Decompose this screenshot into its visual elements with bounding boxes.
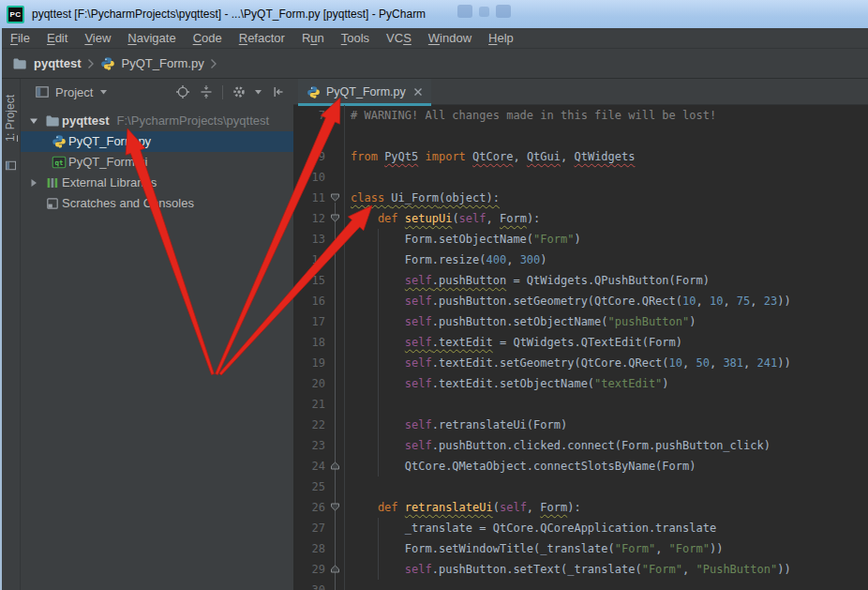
project-panel: Project pyqttestF:\PycharmProjects\pyqtt…	[21, 79, 293, 590]
window-title: pyqttest [F:\PycharmProjects\pyqttest] -…	[32, 8, 426, 21]
code-token: "Form"	[615, 542, 655, 555]
code-token: def	[378, 212, 405, 225]
breadcrumb-pyqttest[interactable]: pyqttest	[12, 56, 82, 71]
menu-vcs[interactable]: VCS	[378, 28, 420, 48]
code-line-24: 24QtCore.QMetaObject.connectSlotsByName(…	[293, 456, 868, 477]
code-token: class	[351, 191, 391, 204]
external-libraries-icon	[45, 175, 60, 190]
code-text: _translate = QtCore.QCoreApplication.tra…	[345, 518, 868, 538]
code-line-19: 19self.textEdit.setGeometry(QtCore.QRect…	[293, 353, 868, 373]
hide-panel-icon[interactable]	[271, 84, 286, 99]
menu-edit[interactable]: Edit	[38, 28, 76, 48]
code-token: Form.resize(	[405, 253, 486, 266]
code-token: "Form"	[642, 563, 682, 576]
menu-help[interactable]: Help	[480, 28, 522, 48]
code-text: self.pushButton.setObjectName("pushButto…	[345, 311, 868, 332]
python-file-icon	[100, 56, 115, 71]
code-token: .pushButton.setObjectName(	[432, 315, 608, 328]
project-tool-icon	[5, 159, 17, 172]
code-token: )	[540, 253, 546, 266]
close-icon[interactable]	[413, 87, 423, 97]
menu-code[interactable]: Code	[185, 28, 231, 48]
breadcrumb-pyqt_form.py[interactable]: PyQT_Form.py	[100, 56, 204, 71]
gear-icon[interactable]	[232, 84, 247, 99]
code-token: Form.setWindowTitle(_translate(	[405, 542, 615, 555]
code-editor-area[interactable]: 7# WARNING! All changes made in this fil…	[293, 105, 868, 590]
tree-item-pyqttest[interactable]: pyqttestF:\PycharmProjects\pyqttest	[21, 111, 293, 131]
code-token: self	[405, 418, 432, 431]
code-text: self.pushButton.setText(_translate("Form…	[345, 559, 868, 580]
code-line-27: 27_translate = QtCore.QCoreApplication.t…	[293, 518, 868, 538]
fold-close-icon[interactable]	[330, 461, 340, 471]
menu-run[interactable]: Run	[293, 28, 333, 48]
chevron-down-icon[interactable]	[255, 90, 262, 95]
code-token: ))	[710, 542, 723, 555]
code-token: ))	[777, 295, 790, 308]
line-number: 16	[293, 291, 325, 311]
tree-item-scratches-and-consoles[interactable]: Scratches and Consoles	[21, 193, 293, 214]
code-line-15: 15self.pushButton = QtWidgets.QPushButto…	[293, 270, 868, 291]
code-token: 75	[737, 295, 750, 308]
collapse-arrow-icon[interactable]	[29, 178, 38, 188]
code-token: 23	[764, 295, 777, 308]
line-number: 28	[293, 538, 325, 559]
line-number: 9	[293, 146, 325, 167]
tree-item-external-libraries[interactable]: External Libraries	[21, 173, 293, 193]
code-text: self.textEdit.setObjectName("textEdit")	[345, 373, 868, 394]
project-tool-window-button[interactable]: 1: Project	[2, 81, 19, 156]
line-number: 11	[293, 188, 325, 208]
code-line-12: 12def setupUi(self, Form):	[293, 208, 868, 229]
code-token: 10	[669, 356, 682, 370]
code-token: "pushButton"	[608, 315, 690, 328]
code-line-20: 20self.textEdit.setObjectName("textEdit"…	[293, 373, 868, 394]
code-token: ))	[777, 356, 790, 370]
fold-close-icon[interactable]	[330, 564, 340, 574]
code-token: 241	[757, 356, 778, 370]
tree-item-pyqt-form-ui[interactable]: qtPyQT_Form.ui	[21, 152, 293, 173]
code-token: (object):	[439, 191, 500, 204]
code-token: ,	[561, 150, 574, 163]
code-token: 50	[696, 356, 709, 370]
expand-arrow-icon[interactable]	[29, 116, 38, 126]
title-bar: PC pyqttest [F:\PycharmProjects\pyqttest…	[0, 0, 868, 28]
menu-file[interactable]: File	[2, 28, 38, 48]
fold-open-icon[interactable]	[330, 192, 340, 203]
toolbar-separator	[222, 85, 223, 99]
collapse-all-icon[interactable]	[199, 84, 214, 99]
chevron-down-icon[interactable]	[100, 90, 108, 95]
code-text: def retranslateUi(self, Form):	[345, 497, 868, 518]
line-number: 14	[293, 250, 325, 270]
menu-navigate[interactable]: Navigate	[119, 28, 184, 48]
project-panel-title[interactable]: Project	[55, 85, 93, 99]
line-number: 21	[293, 394, 325, 415]
code-token: "PushButton"	[696, 563, 777, 576]
fold-open-icon[interactable]	[330, 213, 340, 223]
tree-item-pyqt-form-py[interactable]: PyQT_Form.py	[21, 131, 293, 152]
code-token: PyQt5	[384, 150, 418, 163]
code-token: ,	[506, 253, 519, 266]
code-token: ,	[655, 542, 668, 555]
locate-file-icon[interactable]	[175, 84, 190, 99]
menu-window[interactable]: Window	[420, 28, 480, 48]
code-token: .textEdit.setGeometry(QtCore.QRect(	[432, 356, 669, 370]
code-token: self	[405, 439, 432, 452]
project-view-icon	[35, 84, 50, 99]
code-text: class Ui_Form(object):	[345, 188, 868, 208]
pycharm-logo-icon: PC	[7, 6, 24, 23]
ghost-control-icon	[479, 7, 489, 17]
code-line-11: 11class Ui_Form(object):	[293, 188, 868, 208]
code-token: retranslateUi	[405, 501, 493, 514]
editor-tab-bar: PyQT_Form.py	[293, 79, 868, 105]
menu-tools[interactable]: Tools	[333, 28, 378, 48]
line-number: 26	[293, 497, 325, 518]
tree-item-label: Scratches and Consoles	[62, 193, 194, 214]
menu-view[interactable]: View	[76, 28, 119, 48]
menu-refactor[interactable]: Refactor	[231, 28, 293, 48]
code-token: (	[493, 501, 500, 514]
code-token: def	[378, 501, 405, 514]
editor-tab[interactable]: PyQT_Form.py	[298, 79, 431, 105]
tree-item-label: pyqttestF:\PycharmProjects\pyqttest	[62, 111, 269, 131]
fold-open-icon[interactable]	[330, 502, 340, 512]
code-text: def setupUi(self, Form):	[345, 208, 868, 229]
fold-open-icon[interactable]	[330, 110, 340, 120]
